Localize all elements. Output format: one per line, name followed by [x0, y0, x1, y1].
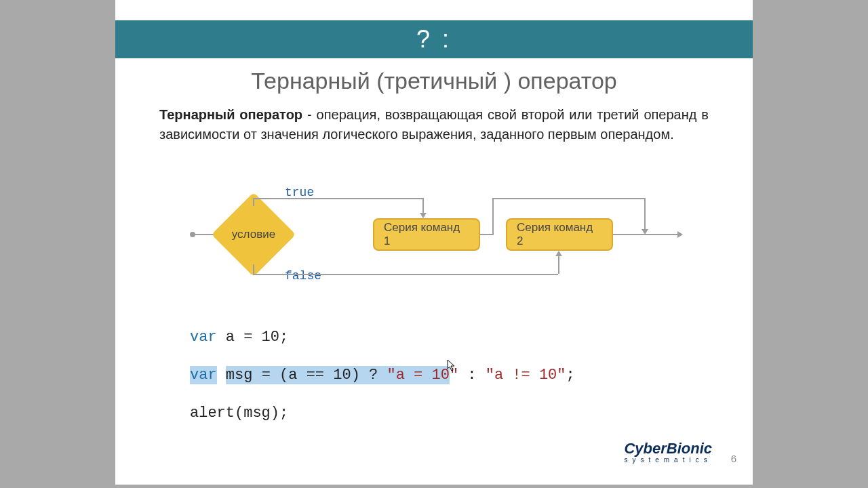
line [253, 264, 254, 274]
logo: CyberBionic systematics [624, 442, 712, 463]
description-bold: Тернарный оператор [159, 107, 302, 122]
logo-sub: systematics [624, 457, 712, 463]
string-literal: "a != 10" [486, 367, 566, 384]
code-line-1: var a = 10; [190, 319, 575, 357]
false-label: false [285, 269, 321, 283]
line [480, 234, 492, 235]
description: Тернарный оператор - операция, возвращаю… [159, 105, 709, 144]
slide: ? : Тернарный (третичный ) оператор Терн… [115, 0, 753, 485]
line [253, 198, 422, 199]
entry-dot [190, 232, 195, 237]
code-text: : [458, 367, 486, 384]
line [492, 198, 494, 235]
page-number: 6 [731, 453, 736, 464]
line [422, 198, 424, 213]
flowchart: условие true false Серия команд 1 Серия … [183, 184, 685, 289]
string-literal: "a = 10 [387, 367, 449, 384]
true-label: true [285, 186, 314, 199]
code-block: var a = 10; var msg = (a == 10) ? "a = 1… [190, 319, 575, 432]
condition-label: условие [224, 205, 283, 264]
code-text: a = 10; [217, 329, 289, 346]
commands-box-1: Серия команд 1 [373, 218, 480, 251]
code-line-3: alert(msg); [190, 394, 575, 432]
commands-box-2: Серия команд 2 [506, 218, 613, 251]
var-name: msg [226, 366, 262, 384]
line [492, 198, 644, 199]
keyword-var: var [190, 367, 217, 384]
code-line-2: var msg = (a == 10) ? "a = 10" : "a != 1… [190, 357, 575, 394]
code-text: = (a == 10) ? [262, 367, 387, 384]
line [253, 274, 558, 275]
subtitle: Тернарный (третичный ) оператор [115, 68, 753, 94]
code-text [217, 367, 226, 384]
string-literal: " [450, 367, 458, 384]
logo-main: CyberBionic [624, 442, 712, 455]
exit-arrow [613, 234, 677, 235]
line [644, 198, 646, 229]
title-bar: ? : [115, 20, 753, 58]
title-text: ? : [416, 25, 452, 54]
line [558, 256, 559, 274]
keyword-var: var [190, 329, 217, 346]
code-text: ; [566, 367, 575, 384]
